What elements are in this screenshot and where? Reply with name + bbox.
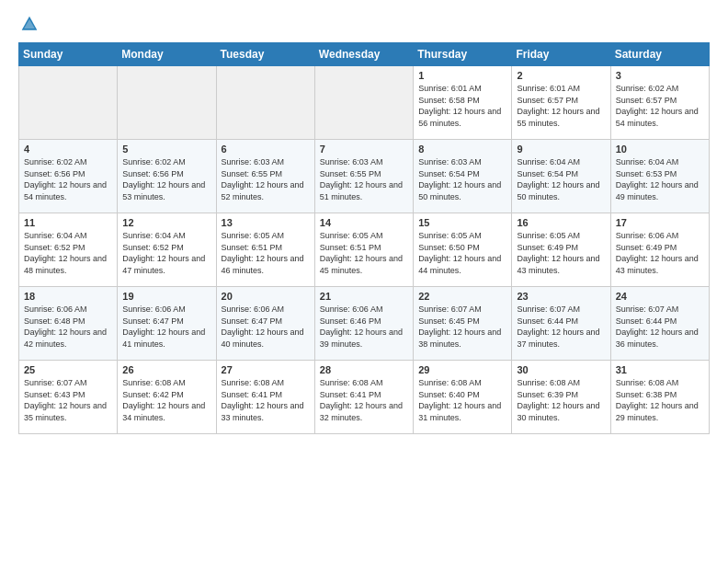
- col-header-monday: Monday: [118, 43, 216, 66]
- day-number: 23: [517, 291, 605, 302]
- calendar-cell: 18Sunrise: 6:06 AMSunset: 6:48 PMDayligh…: [19, 287, 118, 361]
- day-number: 2: [517, 70, 605, 81]
- day-info: Sunrise: 6:02 AMSunset: 6:57 PMDaylight:…: [616, 83, 704, 129]
- calendar-cell: 28Sunrise: 6:08 AMSunset: 6:41 PMDayligh…: [314, 361, 413, 434]
- day-number: 22: [418, 291, 506, 302]
- day-number: 8: [418, 144, 506, 155]
- day-number: 13: [222, 217, 310, 228]
- calendar-week-row: 1Sunrise: 6:01 AMSunset: 6:58 PMDaylight…: [19, 66, 710, 140]
- day-number: 7: [320, 144, 408, 155]
- col-header-saturday: Saturday: [610, 43, 709, 66]
- calendar-cell: 13Sunrise: 6:05 AMSunset: 6:51 PMDayligh…: [216, 213, 314, 287]
- day-info: Sunrise: 6:08 AMSunset: 6:41 PMDaylight:…: [320, 377, 408, 423]
- day-info: Sunrise: 6:02 AMSunset: 6:56 PMDaylight:…: [122, 156, 210, 202]
- col-header-tuesday: Tuesday: [216, 43, 314, 66]
- day-number: 12: [122, 217, 210, 228]
- day-info: Sunrise: 6:06 AMSunset: 6:46 PMDaylight:…: [320, 304, 408, 350]
- day-number: 1: [418, 70, 506, 81]
- day-number: 6: [222, 144, 310, 155]
- day-number: 11: [24, 217, 112, 228]
- day-info: Sunrise: 6:07 AMSunset: 6:45 PMDaylight:…: [418, 304, 506, 350]
- calendar-cell: 27Sunrise: 6:08 AMSunset: 6:41 PMDayligh…: [216, 361, 314, 434]
- day-info: Sunrise: 6:03 AMSunset: 6:54 PMDaylight:…: [418, 156, 506, 202]
- col-header-wednesday: Wednesday: [314, 43, 413, 66]
- calendar-week-row: 18Sunrise: 6:06 AMSunset: 6:48 PMDayligh…: [19, 287, 710, 361]
- day-info: Sunrise: 6:08 AMSunset: 6:40 PMDaylight:…: [418, 377, 506, 423]
- calendar-cell: 26Sunrise: 6:08 AMSunset: 6:42 PMDayligh…: [118, 361, 216, 434]
- calendar-cell: 6Sunrise: 6:03 AMSunset: 6:55 PMDaylight…: [216, 140, 314, 213]
- day-number: 27: [222, 364, 310, 375]
- day-number: 29: [418, 364, 506, 375]
- day-info: Sunrise: 6:07 AMSunset: 6:44 PMDaylight:…: [616, 304, 704, 350]
- day-info: Sunrise: 6:06 AMSunset: 6:49 PMDaylight:…: [616, 230, 704, 276]
- calendar-cell: 10Sunrise: 6:04 AMSunset: 6:53 PMDayligh…: [610, 140, 709, 213]
- calendar-cell: 24Sunrise: 6:07 AMSunset: 6:44 PMDayligh…: [610, 287, 709, 361]
- day-info: Sunrise: 6:05 AMSunset: 6:51 PMDaylight:…: [222, 230, 310, 276]
- day-number: 4: [24, 144, 112, 155]
- day-number: 5: [122, 144, 210, 155]
- day-number: 3: [616, 70, 704, 81]
- calendar-cell: 19Sunrise: 6:06 AMSunset: 6:47 PMDayligh…: [118, 287, 216, 361]
- day-number: 31: [616, 364, 704, 375]
- day-info: Sunrise: 6:08 AMSunset: 6:42 PMDaylight:…: [122, 377, 210, 423]
- day-info: Sunrise: 6:04 AMSunset: 6:53 PMDaylight:…: [616, 156, 704, 202]
- day-number: 20: [222, 291, 310, 302]
- day-info: Sunrise: 6:01 AMSunset: 6:57 PMDaylight:…: [517, 83, 605, 129]
- logo: [18, 15, 39, 33]
- day-info: Sunrise: 6:01 AMSunset: 6:58 PMDaylight:…: [418, 83, 506, 129]
- day-info: Sunrise: 6:07 AMSunset: 6:43 PMDaylight:…: [24, 377, 112, 423]
- calendar-cell: 3Sunrise: 6:02 AMSunset: 6:57 PMDaylight…: [610, 66, 709, 140]
- calendar-table: SundayMondayTuesdayWednesdayThursdayFrid…: [18, 42, 710, 434]
- calendar-cell: [216, 66, 314, 140]
- logo-icon: [20, 15, 39, 33]
- calendar-cell: 30Sunrise: 6:08 AMSunset: 6:39 PMDayligh…: [512, 361, 610, 434]
- day-number: 25: [24, 364, 112, 375]
- calendar-cell: 31Sunrise: 6:08 AMSunset: 6:38 PMDayligh…: [610, 361, 709, 434]
- col-header-sunday: Sunday: [19, 43, 118, 66]
- header: [18, 15, 710, 33]
- day-info: Sunrise: 6:08 AMSunset: 6:39 PMDaylight:…: [517, 377, 605, 423]
- col-header-thursday: Thursday: [414, 43, 512, 66]
- calendar-cell: 9Sunrise: 6:04 AMSunset: 6:54 PMDaylight…: [512, 140, 610, 213]
- day-number: 10: [616, 144, 704, 155]
- calendar-week-row: 25Sunrise: 6:07 AMSunset: 6:43 PMDayligh…: [19, 361, 710, 434]
- calendar-cell: 15Sunrise: 6:05 AMSunset: 6:50 PMDayligh…: [414, 213, 512, 287]
- day-number: 19: [122, 291, 210, 302]
- day-info: Sunrise: 6:05 AMSunset: 6:50 PMDaylight:…: [418, 230, 506, 276]
- day-info: Sunrise: 6:04 AMSunset: 6:54 PMDaylight:…: [517, 156, 605, 202]
- calendar-cell: 7Sunrise: 6:03 AMSunset: 6:55 PMDaylight…: [314, 140, 413, 213]
- day-number: 15: [418, 217, 506, 228]
- day-number: 9: [517, 144, 605, 155]
- calendar-cell: 11Sunrise: 6:04 AMSunset: 6:52 PMDayligh…: [19, 213, 118, 287]
- day-info: Sunrise: 6:05 AMSunset: 6:51 PMDaylight:…: [320, 230, 408, 276]
- calendar-cell: 8Sunrise: 6:03 AMSunset: 6:54 PMDaylight…: [414, 140, 512, 213]
- day-info: Sunrise: 6:02 AMSunset: 6:56 PMDaylight:…: [24, 156, 112, 202]
- day-info: Sunrise: 6:06 AMSunset: 6:47 PMDaylight:…: [222, 304, 310, 350]
- calendar-week-row: 11Sunrise: 6:04 AMSunset: 6:52 PMDayligh…: [19, 213, 710, 287]
- calendar-cell: 21Sunrise: 6:06 AMSunset: 6:46 PMDayligh…: [314, 287, 413, 361]
- calendar-week-row: 4Sunrise: 6:02 AMSunset: 6:56 PMDaylight…: [19, 140, 710, 213]
- calendar-cell: [314, 66, 413, 140]
- calendar-cell: 17Sunrise: 6:06 AMSunset: 6:49 PMDayligh…: [610, 213, 709, 287]
- day-number: 30: [517, 364, 605, 375]
- day-info: Sunrise: 6:05 AMSunset: 6:49 PMDaylight:…: [517, 230, 605, 276]
- day-info: Sunrise: 6:07 AMSunset: 6:44 PMDaylight:…: [517, 304, 605, 350]
- calendar-cell: 14Sunrise: 6:05 AMSunset: 6:51 PMDayligh…: [314, 213, 413, 287]
- day-number: 17: [616, 217, 704, 228]
- day-info: Sunrise: 6:03 AMSunset: 6:55 PMDaylight:…: [320, 156, 408, 202]
- calendar-cell: 29Sunrise: 6:08 AMSunset: 6:40 PMDayligh…: [414, 361, 512, 434]
- day-number: 28: [320, 364, 408, 375]
- day-info: Sunrise: 6:04 AMSunset: 6:52 PMDaylight:…: [24, 230, 112, 276]
- calendar-cell: 12Sunrise: 6:04 AMSunset: 6:52 PMDayligh…: [118, 213, 216, 287]
- calendar-cell: 25Sunrise: 6:07 AMSunset: 6:43 PMDayligh…: [19, 361, 118, 434]
- calendar-cell: 16Sunrise: 6:05 AMSunset: 6:49 PMDayligh…: [512, 213, 610, 287]
- day-number: 14: [320, 217, 408, 228]
- calendar-cell: 22Sunrise: 6:07 AMSunset: 6:45 PMDayligh…: [414, 287, 512, 361]
- calendar-cell: 5Sunrise: 6:02 AMSunset: 6:56 PMDaylight…: [118, 140, 216, 213]
- calendar-cell: 20Sunrise: 6:06 AMSunset: 6:47 PMDayligh…: [216, 287, 314, 361]
- col-header-friday: Friday: [512, 43, 610, 66]
- day-info: Sunrise: 6:04 AMSunset: 6:52 PMDaylight:…: [122, 230, 210, 276]
- day-number: 16: [517, 217, 605, 228]
- calendar-cell: [118, 66, 216, 140]
- day-info: Sunrise: 6:06 AMSunset: 6:48 PMDaylight:…: [24, 304, 112, 350]
